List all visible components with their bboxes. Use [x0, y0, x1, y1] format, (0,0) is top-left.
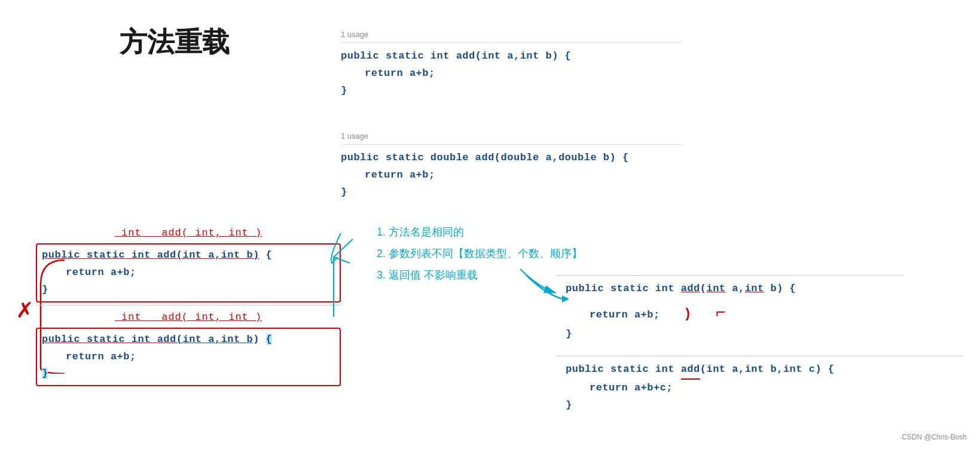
right-code-line-1-3: }: [566, 326, 903, 343]
middle-annotations: 1. 方法名是相同的 2. 参数列表不同【数据类型、个数、顺序】 3. 返回值 …: [377, 221, 582, 286]
right-panel-2: public static int add(int a,int b,int c)…: [556, 356, 963, 419]
right-code-block-2: public static int add(int a,int b,int c)…: [556, 356, 963, 419]
right-code-line-1-2: return a+b; ) ⌐: [566, 298, 903, 326]
right-code-block-1: public static int add(int a,int b) { ret…: [556, 275, 903, 348]
right-code-line-2-2: return a+b+c;: [566, 380, 963, 397]
left-annotation-1: _int _add(_int,_int ): [36, 227, 341, 239]
left-annotation-2: _int _add(_int,_int ): [36, 311, 341, 323]
separator-line: [36, 305, 341, 306]
left-code-block-1: public static int add(int a,int b) { ret…: [36, 243, 341, 303]
code-line-1-2: return a+b;: [341, 65, 682, 83]
credit-text: CSDN @Chris-Bosh: [902, 433, 967, 441]
code-line-1-1: public static int add(int a,int b) {: [341, 48, 682, 65]
code-line-2-3: }: [341, 184, 682, 201]
usage-label-1: 1 usage: [341, 30, 682, 39]
annotation-item-1: 1. 方法名是相同的: [377, 221, 582, 243]
right-panel-1: public static int add(int a,int b) { ret…: [556, 275, 903, 348]
code-block-2: public static double add(double a,double…: [341, 144, 682, 201]
annotation-item-2: 2. 参数列表不同【数据类型、个数、顺序】: [377, 243, 582, 264]
x-mark: ✗: [17, 293, 33, 325]
code-block-1: public static int add(int a,int b) { ret…: [341, 42, 682, 100]
right-code-line-2-3: }: [566, 397, 963, 414]
annotation-item-3: 3. 返回值 不影响重载: [377, 264, 582, 286]
left-panel: _int _add(_int,_int ) public static int …: [36, 227, 341, 386]
left-code-line-1-2: return a+b;: [42, 264, 335, 282]
code-line-1-3: }: [341, 83, 682, 100]
left-code-block-2: public static int add(int a,int b) { ret…: [36, 328, 341, 387]
usage-label-2: 1 usage: [341, 132, 682, 141]
right-code-line-2-1: public static int add(int a,int b,int c)…: [566, 361, 963, 380]
code-line-2-1: public static double add(double a,double…: [341, 149, 682, 167]
page-title: 方法重载: [120, 24, 230, 61]
code-section-2: 1 usage public static double add(double …: [341, 132, 682, 201]
left-code-line-1-3: }: [42, 282, 335, 299]
left-code-line-1-1: public static int add(int a,int b) {: [42, 247, 335, 264]
left-code-line-2-1: public static int add(int a,int b) {: [42, 331, 335, 349]
left-code-line-2-2: return a+b;: [42, 349, 335, 366]
code-section-1: 1 usage public static int add(int a,int …: [341, 30, 682, 100]
code-line-2-2: return a+b;: [341, 167, 682, 184]
right-code-line-1-1: public static int add(int a,int b) {: [566, 280, 903, 298]
